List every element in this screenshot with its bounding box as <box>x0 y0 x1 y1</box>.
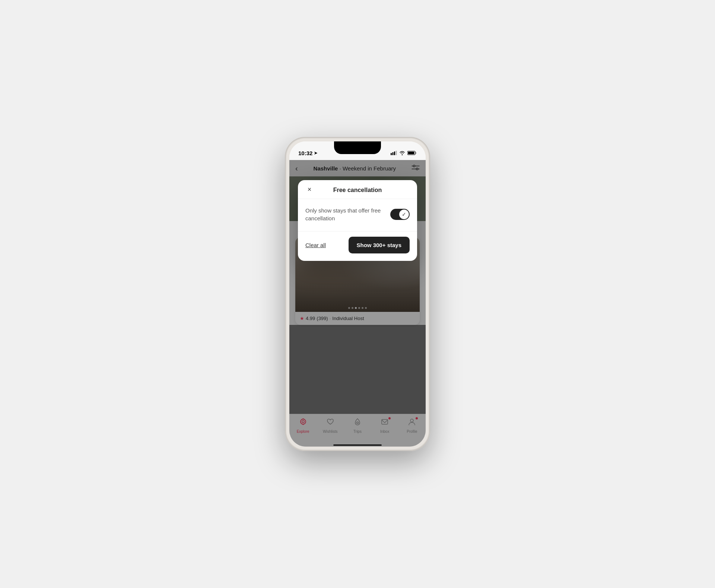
battery-icon <box>407 151 417 155</box>
clear-all-button[interactable]: Clear all <box>305 242 326 248</box>
location-arrow-icon: ➤ <box>314 151 317 156</box>
modal-overlay[interactable]: × Free cancellation Only show stays that… <box>289 160 426 447</box>
svg-rect-5 <box>416 152 417 154</box>
app-background: ‹ Nashville · Weekend in February <box>289 160 426 447</box>
svg-rect-2 <box>394 151 395 155</box>
svg-rect-3 <box>396 151 397 155</box>
status-icons <box>391 151 417 155</box>
toggle-check-icon: ✓ <box>402 211 406 217</box>
modal-body-text: Only show stays that offer free cancella… <box>305 207 390 222</box>
svg-rect-6 <box>408 152 414 154</box>
status-time: 10:32 ➤ <box>298 150 317 156</box>
modal-body: Only show stays that offer free cancella… <box>298 199 417 231</box>
svg-rect-1 <box>393 152 394 155</box>
show-stays-button[interactable]: Show 300+ stays <box>349 237 410 253</box>
svg-rect-0 <box>391 153 392 155</box>
notch <box>334 141 381 154</box>
modal-title: Free cancellation <box>333 187 382 194</box>
toggle-knob: ✓ <box>399 210 409 219</box>
modal-close-button[interactable]: × <box>304 184 315 195</box>
modal-footer: Clear all Show 300+ stays <box>298 231 417 261</box>
phone-screen: 10:32 ➤ <box>289 141 426 447</box>
modal-header: × Free cancellation <box>298 180 417 199</box>
free-cancellation-toggle[interactable]: ✓ <box>390 209 410 220</box>
wifi-icon <box>399 151 405 155</box>
free-cancellation-modal: × Free cancellation Only show stays that… <box>298 180 417 261</box>
phone-frame: 10:32 ➤ <box>285 137 430 451</box>
signal-icon <box>391 151 397 155</box>
status-bar: 10:32 ➤ <box>289 141 426 160</box>
